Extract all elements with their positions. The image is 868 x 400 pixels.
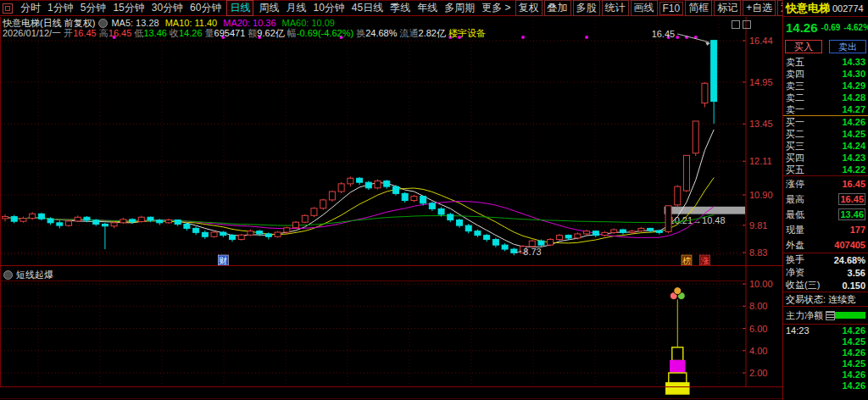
toolbar-button-5[interactable]: F10 — [659, 2, 684, 15]
tab-period-4[interactable]: 30分钟 — [152, 1, 183, 15]
ask-row-5[interactable]: 卖五14.33 — [783, 56, 868, 68]
toolbar-button-4[interactable]: 画线 — [631, 0, 658, 16]
detail-value-5: 9.62亿 — [257, 28, 284, 38]
toolbar-button-6[interactable]: 简框 — [685, 0, 712, 16]
bid-row-1[interactable]: 买一14.26 — [783, 116, 868, 128]
sub-indicator-header: 短线起爆 — [3, 269, 53, 281]
last-price: 14.26 — [786, 20, 818, 35]
svg-text:12.11: 12.11 — [749, 156, 772, 166]
tab-period-6[interactable]: 日线 — [226, 0, 253, 16]
svg-text:8.00: 8.00 — [749, 301, 767, 311]
tab-period-12[interactable]: 年线 — [417, 1, 437, 15]
tick-row-3: 14.25 — [783, 358, 868, 369]
svg-text:涨: 涨 — [700, 256, 709, 265]
stat-4[interactable]: 外盘407405 — [783, 237, 868, 253]
toolbar-button-8[interactable]: +自选 — [743, 0, 776, 16]
sell-button[interactable]: 卖出 — [829, 40, 866, 53]
detail-value-3: 14.26 — [179, 28, 203, 38]
tab-period-7[interactable]: 周线 — [259, 1, 279, 15]
collapse-icon[interactable] — [98, 19, 108, 28]
bid-row-4[interactable]: 买四14.23 — [783, 152, 868, 164]
trade-buttons: 买入 卖出 — [783, 37, 868, 56]
svg-text:9.81: 9.81 — [749, 220, 767, 231]
ask-row-2[interactable]: 卖二14.28 — [783, 92, 868, 103]
ma-label-2: MA20: 10.36 — [223, 18, 275, 28]
toolbar-button-1[interactable]: 叠加 — [544, 0, 571, 16]
stock-header: 快意电梯 002774 — [783, 0, 868, 17]
svg-text:16.45: 16.45 — [652, 29, 676, 39]
tab-period-1[interactable]: 1分钟 — [47, 1, 74, 15]
ask-row-1[interactable]: 卖一14.27 — [783, 103, 868, 115]
chart-title: 快意电梯(日线 前复权) — [3, 18, 95, 28]
ohlc-info-line: 2026/01/12/一 开16.45 高16.45 低13.46 收14.26… — [3, 28, 486, 38]
tick-row-5: 14.26 — [783, 380, 868, 391]
tick-row-0: 14:2314.26 — [783, 325, 868, 336]
svg-text:2.00: 2.00 — [749, 368, 767, 378]
ma-label-0: MA5: 13.28 — [111, 18, 159, 28]
tab-period-14[interactable]: 更多 > — [481, 1, 510, 15]
expand-icon[interactable] — [732, 20, 740, 29]
svg-text:13.45: 13.45 — [749, 119, 773, 129]
stat-1[interactable]: 最高16.45 — [783, 192, 868, 207]
tick-row-2: 14.26 — [783, 347, 868, 358]
stat-0[interactable]: 涨停16.45 — [783, 176, 868, 192]
detail-label-1: 高 — [97, 28, 108, 38]
tab-period-10[interactable]: 45日线 — [352, 1, 383, 15]
price-change-pct: -4.62% — [843, 23, 868, 32]
main-net-bar — [835, 312, 865, 319]
svg-text:10.90: 10.90 — [749, 190, 773, 200]
detail-value-7: 24.68% — [365, 28, 397, 38]
detail-value-9: 楼宇设备 — [448, 28, 486, 38]
stat2-1[interactable]: 净资3.56 — [783, 266, 868, 279]
stat-2[interactable]: 最低13.46 — [783, 207, 868, 222]
detail-label-5: 额 — [245, 28, 257, 38]
tab-period-13[interactable]: 多周期 — [444, 1, 475, 15]
panel-toggle-icon[interactable] — [743, 20, 751, 29]
detail-value-0: 16.45 — [73, 28, 97, 38]
svg-text:6.00: 6.00 — [749, 324, 767, 334]
svg-text:财: 财 — [219, 256, 227, 265]
svg-text:14.95: 14.95 — [749, 77, 773, 87]
quote-panel: 快意电梯 002774 14.26 -0.69 -4.62% 买入 卖出 卖五1… — [782, 0, 868, 400]
buy-button[interactable]: 买入 — [785, 40, 822, 53]
tab-period-3[interactable]: 15分钟 — [113, 1, 144, 15]
stat2-2[interactable]: 收益(三)0.150 — [783, 279, 868, 292]
detail-label-7: 换 — [353, 28, 365, 38]
svg-text:16.44: 16.44 — [749, 36, 773, 46]
detail-label-4: 量 — [203, 28, 214, 38]
toolbar-button-2[interactable]: 多股 — [573, 0, 600, 16]
tab-period-9[interactable]: 10分钟 — [313, 1, 344, 15]
stat2-0[interactable]: 换手24.68% — [783, 253, 868, 266]
toolbar-button-0[interactable]: 复权 — [515, 0, 542, 16]
detail-label-6: 幅 — [285, 28, 297, 38]
svg-text:4.00: 4.00 — [749, 346, 767, 356]
detail-icon[interactable] — [826, 311, 835, 320]
ask-row-3[interactable]: 卖三14.29 — [783, 80, 868, 92]
ask-row-4[interactable]: 卖四14.30 — [783, 68, 868, 80]
detail-value-8: 2.82亿 — [419, 28, 446, 38]
tab-period-0[interactable]: 分时 — [20, 1, 41, 15]
tick-row-4: 14.26 — [783, 369, 868, 380]
tick-row-1: 14.25 — [783, 336, 868, 347]
bid-row-5[interactable]: 买五14.22 — [783, 164, 868, 175]
detail-value-4: 695471 — [214, 28, 246, 38]
bid-row-3[interactable]: 买三14.24 — [783, 140, 868, 152]
toolbar-button-3[interactable]: 统计 — [602, 0, 629, 16]
stat-3[interactable]: 现量177 — [783, 222, 868, 237]
toolbar-buttons: 复权叠加多股统计画线F10简框标记+自选返回 — [515, 0, 806, 16]
toolbar-button-7[interactable]: 标记 — [714, 0, 741, 16]
main-net-row: 主力净额 — [783, 306, 868, 325]
tab-period-2[interactable]: 5分钟 — [81, 1, 107, 15]
collapse-icon[interactable] — [3, 270, 13, 280]
tab-period-11[interactable]: 季线 — [390, 1, 410, 15]
window-icon[interactable] — [3, 3, 13, 14]
svg-text:8.83: 8.83 — [749, 247, 767, 258]
ma-label-1: MA10: 11.40 — [165, 18, 218, 28]
detail-label-8: 流通 — [397, 28, 418, 38]
ma-label-3: MA60: 10.09 — [282, 18, 335, 28]
svg-text:10.00: 10.00 — [749, 279, 773, 289]
tab-period-8[interactable]: 月线 — [286, 1, 306, 15]
stock-code: 002774 — [832, 3, 864, 14]
tab-period-5[interactable]: 60分钟 — [190, 1, 221, 15]
bid-row-2[interactable]: 买二14.25 — [783, 128, 868, 140]
